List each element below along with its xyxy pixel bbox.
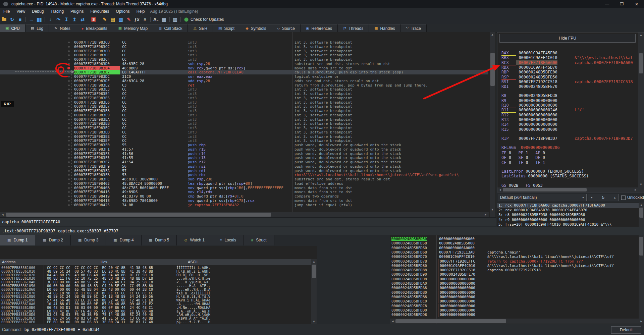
- disasm-row[interactable]: 00007FF718F983E8CCint3int 3, software br…: [0, 109, 488, 113]
- run-icon[interactable]: →: [27, 16, 35, 23]
- register-row-rdx[interactable]: RDX 000001C9AFF45D70: [501, 65, 639, 70]
- disasm-row[interactable]: 00007FF718F983DE48:83C4 28add rsp,28adds…: [0, 79, 488, 83]
- tab-notes[interactable]: ✎Notes: [49, 24, 76, 32]
- step-over-icon[interactable]: ↷: [54, 16, 62, 23]
- disasm-row[interactable]: 00007FF718F983CFCCint3int 3, software br…: [0, 57, 488, 62]
- tab-handles[interactable]: ▦Handles: [369, 24, 400, 32]
- register-row-rip[interactable]: RIP 00007FF718F983D7captcha.00007FF718F9…: [501, 136, 639, 141]
- disasm-row[interactable]: 00007FF718F983CBCCint3int 3, software br…: [0, 40, 488, 45]
- disasm-hscroll-thumb[interactable]: [6, 213, 271, 217]
- register-row-r13[interactable]: R13 0000000000000000: [501, 117, 639, 122]
- register-row-r15[interactable]: R15 0000000000000000: [501, 127, 639, 132]
- dump-vscrollbar[interactable]: ▲▼: [311, 259, 317, 324]
- stack-row[interactable]: 000000248D5BFD6800007FF7193E13A8captcha.…: [390, 250, 644, 255]
- argument-count-spinner[interactable]: ▼ 5 ▲: [588, 194, 619, 201]
- open-file-icon[interactable]: [0, 16, 8, 23]
- stack-row[interactable]: 000000248D5BFD70000001C9AFF4C010&"\\\\ws…: [390, 255, 644, 259]
- disasm-row[interactable]: 00007FF718F9841E48:898D 78010000mov qwor…: [0, 199, 488, 203]
- step-into-icon[interactable]: ↓: [46, 16, 54, 23]
- register-row-rax[interactable]: RAX 000001C9AFF45E00: [501, 51, 639, 56]
- disasm-row[interactable]: 00007FF718F983F141:57push r15push word, …: [0, 147, 488, 152]
- disasm-row[interactable]: 00007FF718F983E4CCint3int 3, software br…: [0, 92, 488, 96]
- disasm-row[interactable]: 00007FF718F983CECCint3int 3, software br…: [0, 53, 488, 57]
- disasm-row[interactable]: 00007FF718F983E9CCint3int 3, software br…: [0, 113, 488, 117]
- dump-tab-dump-4[interactable]: ▦Dump 4: [106, 235, 141, 245]
- memory-icon[interactable]: ▥: [171, 16, 179, 23]
- spinner-up-icon[interactable]: ▲: [613, 196, 616, 199]
- stack-pane[interactable]: 000000248D5BFD50000000000000600000000024…: [390, 235, 644, 324]
- stack-row[interactable]: 000000248D5BFD980000000000000000: [390, 277, 644, 281]
- argument-row[interactable]: 1: rcx 00007FF718F6A600 captcha.00007FF7…: [497, 203, 644, 208]
- tab-trace[interactable]: ∵Trace: [401, 24, 427, 32]
- disasm-row[interactable]: 00007FF718F983D048:83EC 28sub rsp,28subs…: [0, 62, 488, 66]
- menu-item-debug[interactable]: Debug: [29, 8, 47, 15]
- step-unhalted-icon[interactable]: ⇄: [78, 16, 87, 23]
- scroll-left-icon[interactable]: ◄: [497, 187, 503, 192]
- disasm-row[interactable]: 00007FF718F9842574 0Bje captcha.7FF718F9…: [0, 203, 488, 207]
- argument-row[interactable]: 4: r9 0000000000000000 0000000000000000: [497, 218, 644, 222]
- disasm-row[interactable]: 00007FF718F983D448:8B09mov rcx,qword ptr…: [0, 66, 488, 70]
- register-row-r14[interactable]: R14 0000000000000000: [501, 122, 639, 127]
- dump-pane[interactable]: Address Hex ASCII 00007FFB85361000CC CC …: [0, 246, 317, 324]
- menu-item-options[interactable]: Options: [112, 8, 133, 15]
- scroll-left-icon[interactable]: ◄: [390, 319, 395, 324]
- argument-row[interactable]: 5: [rsp+20] 000001C9AFF4C010 000001C9AFF…: [497, 222, 644, 227]
- breakpoint-dot[interactable]: [67, 67, 70, 69]
- registers-vscroll-thumb[interactable]: [639, 53, 643, 73]
- scroll-right-icon[interactable]: ►: [483, 212, 488, 217]
- stack-vscroll-thumb[interactable]: [639, 237, 643, 256]
- stack-vscrollbar[interactable]: [639, 235, 644, 319]
- register-row-r12[interactable]: R12 0000000000000000: [501, 113, 639, 117]
- stack-row[interactable]: 000000248D5BFD8800007FF7192CC518captcha.…: [390, 268, 644, 272]
- run-until-return-icon[interactable]: ↥: [70, 16, 78, 23]
- checkbox-icon[interactable]: [621, 196, 626, 200]
- tab-seh[interactable]: ⚠SEH: [188, 24, 213, 32]
- menu-item-tracing[interactable]: Tracing: [47, 8, 67, 15]
- disasm-row[interactable]: 00007FF718F9841649:89D6mov r14,rdxmoves …: [0, 190, 488, 194]
- stack-row[interactable]: 000000248D5BFD58000000248D5B5000: [390, 241, 644, 245]
- scroll-right-icon[interactable]: ►: [633, 187, 638, 192]
- scroll-up-icon[interactable]: ▲: [638, 33, 644, 37]
- menu-item-view[interactable]: View: [13, 8, 29, 15]
- disasm-row[interactable]: 00007FF718F983E7CCint3int 3, software br…: [0, 104, 488, 109]
- stack-row[interactable]: 000000248D5BFD7800007FF71920EFFCreturn t…: [390, 259, 644, 264]
- menu-item-help[interactable]: Help: [133, 8, 148, 15]
- check-updates-button[interactable]: Check for Updates: [184, 17, 224, 22]
- tab-breakpoints[interactable]: ●Breakpoints: [76, 24, 113, 32]
- registers-pane[interactable]: Hide FPU RAX 000001C9AFF45E00RBX 000001C…: [497, 32, 644, 192]
- stack-row[interactable]: 000000248D5BFDA00000000000000000: [390, 281, 644, 286]
- arguments-list[interactable]: 1: rcx 00007FF718F6A600 captcha.00007FF7…: [497, 203, 644, 227]
- register-row-rbp[interactable]: RBP 000000248D5BFE00: [501, 70, 639, 74]
- disasm-row[interactable]: 00007FF718F983FC48:81EC 38020000sub rsp,…: [0, 177, 488, 181]
- dump-tab-dump-1[interactable]: ▦Dump 1: [0, 235, 35, 245]
- tab-memory-map[interactable]: ▦Memory Map: [113, 24, 153, 32]
- stack-hscrollbar[interactable]: ◄►: [390, 319, 644, 324]
- args-vscrollbar[interactable]: ▲: [639, 203, 644, 227]
- scroll-left-icon[interactable]: ◄: [0, 212, 5, 217]
- tab-source[interactable]: ‹›Source: [272, 24, 301, 32]
- scroll-right-icon[interactable]: ►: [639, 319, 644, 324]
- tab-symbols[interactable]: ◆Symbols: [240, 24, 272, 32]
- disasm-row[interactable]: 00007FF718F983F541:55push r13push word, …: [0, 156, 488, 160]
- disasm-row[interactable]: 00007FF718F9840348:8DAC24 80000000lea rb…: [0, 181, 488, 186]
- register-row-r10[interactable]: R10 0000000000000000: [501, 103, 639, 108]
- tab-log[interactable]: ▤Log: [25, 24, 49, 32]
- dump-tab-watch-1[interactable]: ⊙Watch 1: [177, 235, 212, 245]
- register-row-rcx[interactable]: RCX 00007FF718F6A600captcha.00007FF718F6…: [501, 60, 639, 65]
- command-default-select[interactable]: Default: [611, 326, 641, 334]
- register-row-rbx[interactable]: RBX 000001C9AFF4C010&"\\\\wsl.localhost\…: [501, 55, 639, 60]
- menu-item-favourites[interactable]: Favourites: [87, 8, 112, 15]
- register-row-r9[interactable]: R9 0000000000000000: [501, 98, 639, 103]
- disasm-row[interactable]: 00007FF718F9840B48:C785 B0010000 FEFFmov…: [0, 186, 488, 190]
- scroll-up-icon[interactable]: ▲: [311, 259, 317, 264]
- highlight-icon[interactable]: ✎: [125, 16, 133, 23]
- restart-icon[interactable]: ↻: [8, 16, 16, 23]
- patches-icon[interactable]: ▧: [117, 16, 125, 23]
- unlocked-checkbox[interactable]: Unlocked: [621, 195, 644, 200]
- dump-tab-dump-3[interactable]: ▦Dump 3: [71, 235, 106, 245]
- calling-convention-select[interactable]: Default (x64 fastcall) ▼: [498, 194, 587, 201]
- scroll-down-icon[interactable]: ▼: [638, 182, 644, 187]
- disasm-row[interactable]: 00007FF718F983F741:54push r12push word, …: [0, 160, 488, 164]
- disasm-vscrollbar[interactable]: ▲▼: [490, 32, 495, 217]
- disasm-row[interactable]: 00007FF718F983F055push rbppush word, dou…: [0, 143, 488, 147]
